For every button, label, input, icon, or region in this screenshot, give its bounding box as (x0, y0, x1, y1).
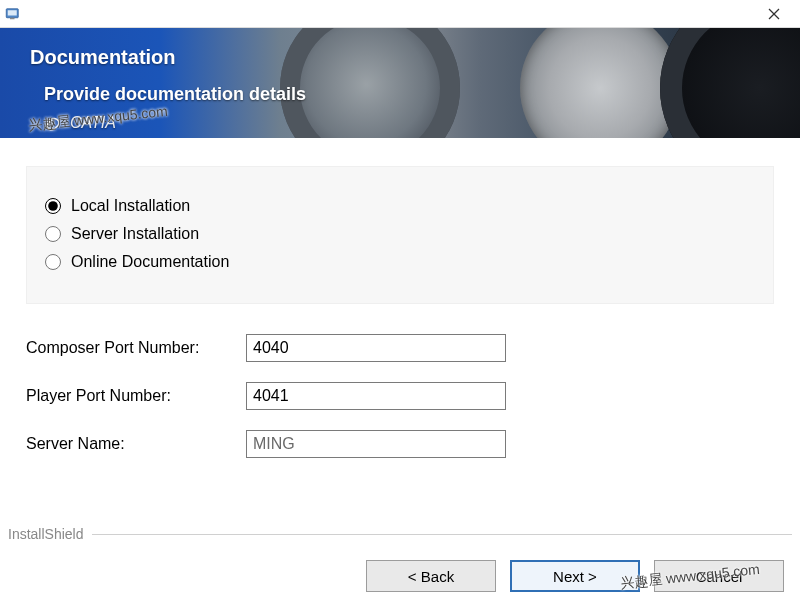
radio-local-label: Local Installation (71, 197, 190, 215)
radio-online-input[interactable] (45, 254, 61, 270)
radio-local-input[interactable] (45, 198, 61, 214)
radio-server-input[interactable] (45, 226, 61, 242)
installation-type-group: Local Installation Server Installation O… (26, 166, 774, 304)
composer-port-row: Composer Port Number: (26, 334, 774, 362)
player-port-label: Player Port Number: (26, 387, 246, 405)
installer-banner: Documentation Provide documentation deta… (0, 28, 800, 138)
composer-port-label: Composer Port Number: (26, 339, 246, 357)
close-button[interactable] (754, 1, 794, 27)
next-button[interactable]: Next > (510, 560, 640, 592)
divider-line (92, 534, 793, 535)
ds-logo-icon (44, 114, 66, 132)
radio-online-label: Online Documentation (71, 253, 229, 271)
composer-port-input[interactable] (246, 334, 506, 362)
installshield-label: InstallShield (8, 526, 84, 542)
radio-local-installation[interactable]: Local Installation (45, 197, 755, 215)
brake-disc-graphic (520, 28, 680, 138)
radio-server-label: Server Installation (71, 225, 199, 243)
cancel-button[interactable]: Cancel (654, 560, 784, 592)
port-fields: Composer Port Number: Player Port Number… (26, 334, 774, 458)
brand-logo: CATIA (44, 114, 116, 132)
page-title: Documentation (30, 46, 176, 69)
window-titlebar (0, 0, 800, 28)
page-subtitle: Provide documentation details (44, 84, 306, 105)
wizard-button-bar: < Back Next > Cancel (366, 560, 784, 592)
content-area: Local Installation Server Installation O… (0, 166, 800, 458)
player-port-input[interactable] (246, 382, 506, 410)
server-name-row: Server Name: (26, 430, 774, 458)
installer-icon (4, 5, 22, 23)
back-button[interactable]: < Back (366, 560, 496, 592)
server-name-label: Server Name: (26, 435, 246, 453)
svg-rect-1 (8, 10, 17, 15)
svg-rect-2 (10, 17, 15, 19)
radio-server-installation[interactable]: Server Installation (45, 225, 755, 243)
server-name-input (246, 430, 506, 458)
player-port-row: Player Port Number: (26, 382, 774, 410)
close-icon (768, 8, 780, 20)
installshield-footer: InstallShield (8, 526, 792, 542)
radio-online-documentation[interactable]: Online Documentation (45, 253, 755, 271)
